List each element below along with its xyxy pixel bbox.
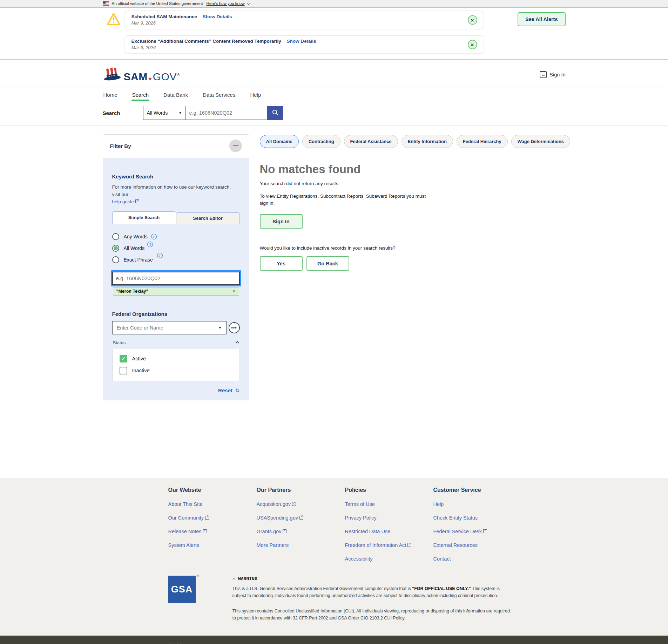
footer-column-our-website: Our Website About This Site Our Communit… <box>168 487 257 562</box>
footer-link-contact[interactable]: Contact <box>433 556 522 562</box>
footer-column-our-partners: Our Partners Acquisition.gov USASpending… <box>257 487 345 562</box>
text-caret <box>116 275 116 282</box>
external-link-icon <box>299 516 303 520</box>
footer-link-external-resources[interactable]: External Resources <box>433 542 522 548</box>
search-input[interactable] <box>186 106 267 120</box>
footer-link-accessibility[interactable]: Accessibility <box>345 556 433 562</box>
reset-link[interactable]: Reset <box>218 387 232 393</box>
show-details-link[interactable]: Show Details <box>287 39 316 44</box>
nav-item-help[interactable]: Help <box>249 88 262 101</box>
keyword-info-text: For more information on how to use our k… <box>112 184 231 197</box>
logo-sam-text: SAM <box>124 71 148 83</box>
alert-card: Exclusions “Additional Comments” Content… <box>124 35 484 54</box>
footer-heading: Policies <box>345 487 433 493</box>
keyword-input[interactable] <box>113 272 239 284</box>
more-options-button[interactable]: ••• <box>229 322 240 333</box>
help-guide-link[interactable]: help guide <box>112 199 134 204</box>
tab-simple-search[interactable]: Simple Search <box>112 211 176 224</box>
footer-link-grants-gov[interactable]: Grants.gov <box>257 529 345 534</box>
search-icon <box>272 109 279 117</box>
domain-chip-wage-determinations[interactable]: Wage Determinations <box>511 135 570 148</box>
checkbox-active-label: Active <box>132 356 146 361</box>
tab-search-editor[interactable]: Search Editor <box>176 212 240 224</box>
radio-all-words-label: All Words <box>124 245 145 251</box>
banner-text: An official website of the United States… <box>112 1 203 6</box>
include-inactive-question: Would you like to include inactive recor… <box>260 245 571 251</box>
footer-link-check-entity-status[interactable]: Check Entity Status <box>433 515 522 521</box>
alerts-section: Scheduled SAM Maintenance Show Details M… <box>0 8 668 60</box>
dropdown-arrow-icon: ▼ <box>218 326 222 330</box>
logo-registered-mark: ® <box>177 73 180 77</box>
footer-heading: Our Partners <box>257 487 345 493</box>
alert-date: Mar 6, 2026 <box>131 45 477 50</box>
sign-in-label: Sign In <box>549 72 565 77</box>
footer-link-terms-of-use[interactable]: Terms of Use <box>345 501 433 507</box>
warning-block: ⚠ WARNING This is a U.S. General Service… <box>232 576 513 622</box>
footer-link-our-community[interactable]: Our Community <box>168 515 257 521</box>
nav-item-data-services[interactable]: Data Services <box>202 88 236 101</box>
sign-in-button[interactable]: Sign In <box>260 214 303 229</box>
info-icon[interactable]: i <box>151 234 157 239</box>
reset-icon[interactable]: ↻ <box>235 387 240 394</box>
gsa-registered-mark: ® <box>197 574 199 578</box>
domain-chip-entity-information[interactable]: Entity Information <box>402 135 453 148</box>
search-button[interactable] <box>267 106 283 120</box>
footer-link-acquisition-gov[interactable]: Acquisition.gov <box>257 501 345 507</box>
chevron-up-icon[interactable] <box>235 341 239 345</box>
keyword-input-focused <box>112 272 240 285</box>
checkbox-active[interactable]: ✓ <box>120 355 127 362</box>
footer-link-about-this-site[interactable]: About This Site <box>168 501 257 507</box>
footer-link-release-notes[interactable]: Release Notes <box>168 529 257 534</box>
how-you-know-link[interactable]: Here’s how you know <box>206 1 244 6</box>
domain-chip-all-domains[interactable]: All Domains <box>260 135 299 148</box>
collapse-filters-button[interactable] <box>229 140 242 152</box>
domain-chip-contracting[interactable]: Contracting <box>302 135 340 148</box>
footer-link-restricted-data-use[interactable]: Restricted Data Use <box>345 529 433 534</box>
footer-link-foia[interactable]: Freedom of Information Act <box>345 542 433 548</box>
sam-gov-logo[interactable]: ★ ★ ★ SAM★GOV® <box>103 67 180 83</box>
filter-panel: Filter By Keyword Search For more inform… <box>103 134 249 400</box>
footer-link-system-alerts[interactable]: System Alerts <box>168 542 257 548</box>
footer-link-usaspending-gov[interactable]: USASpending.gov <box>257 515 345 521</box>
footer-link-more-partners[interactable]: More Partners <box>257 542 345 548</box>
footer-link-federal-service-desk[interactable]: Federal Service Desk <box>433 529 522 534</box>
radio-any-words[interactable] <box>112 233 119 240</box>
radio-all-words[interactable] <box>112 245 119 252</box>
nav-item-data-bank[interactable]: Data Bank <box>163 88 189 101</box>
external-link-icon <box>292 502 296 506</box>
domain-chip-federal-hierarchy[interactable]: Federal Hierarchy <box>457 135 508 148</box>
remove-chip-icon[interactable]: × <box>232 289 235 294</box>
info-icon[interactable]: i <box>147 242 153 247</box>
yes-button[interactable]: Yes <box>260 256 303 271</box>
warning-paragraph-1: This is a U.S. General Services Administ… <box>232 585 513 599</box>
sign-in-link[interactable]: ← Sign In <box>540 71 565 78</box>
show-details-link[interactable]: Show Details <box>203 14 232 19</box>
info-icon[interactable]: i <box>157 253 163 258</box>
external-link-icon <box>283 529 286 533</box>
domain-chip-federal-assistance[interactable]: Federal Assistance <box>344 135 398 148</box>
search-bar-section: Search All Words ▼ <box>0 101 668 126</box>
nav-item-home[interactable]: Home <box>103 88 118 101</box>
close-icon[interactable]: × <box>468 15 477 25</box>
external-link-icon <box>135 199 139 203</box>
results-panel: All Domains Contracting Federal Assistan… <box>260 134 571 271</box>
footer-link-help[interactable]: Help <box>433 501 522 507</box>
keyword-chip: "Meron Teklay" × <box>113 287 239 296</box>
radio-exact-phrase[interactable] <box>112 256 119 263</box>
close-icon[interactable]: × <box>468 40 477 49</box>
federal-org-placeholder: Enter Code or Name <box>117 325 163 331</box>
radio-any-words-label: Any Words <box>124 234 148 239</box>
see-all-alerts-button[interactable]: See All Alerts <box>518 12 565 26</box>
footer-link-privacy-policy[interactable]: Privacy Policy <box>345 515 433 521</box>
search-label: Search <box>103 110 143 116</box>
footer-heading: Our Website <box>168 487 257 493</box>
alert-row: Scheduled SAM Maintenance Show Details M… <box>103 11 484 29</box>
federal-organizations-heading: Federal Organizations <box>112 311 240 317</box>
federal-org-select[interactable]: Enter Code or Name ▼ <box>112 321 227 334</box>
go-back-button[interactable]: Go Back <box>306 256 349 271</box>
footer-column-customer-service: Customer Service Help Check Entity Statu… <box>433 487 522 562</box>
checkbox-inactive[interactable] <box>120 367 127 374</box>
sign-in-hint-text: To view Entity Registrations, Subcontrac… <box>260 193 433 206</box>
nav-item-search[interactable]: Search <box>131 88 150 101</box>
search-mode-select[interactable]: All Words ▼ <box>143 106 186 120</box>
